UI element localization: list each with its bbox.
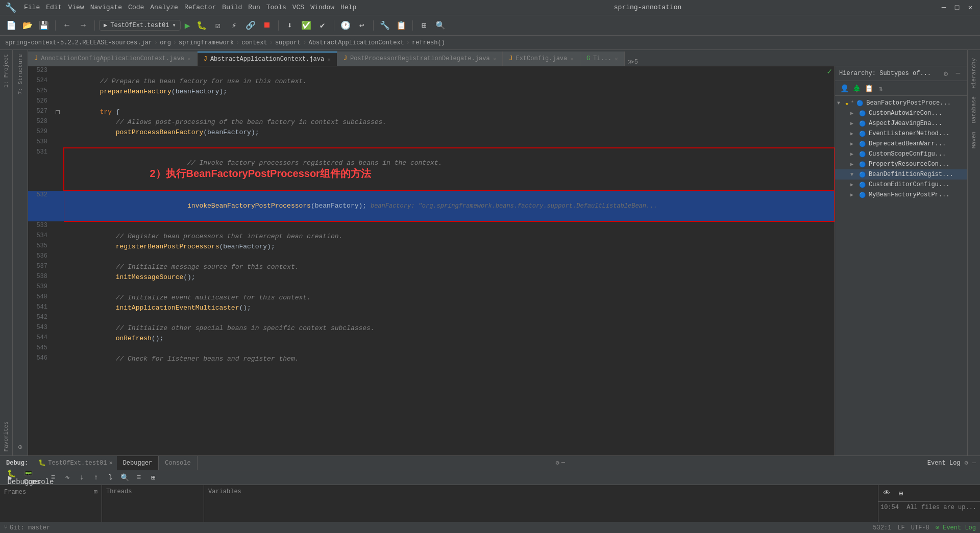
tree-item-customeditor[interactable]: ▶ 🔵 CustomEditorConfigu...	[835, 180, 967, 190]
hierarchy-tool-sort[interactable]: ⇅	[876, 83, 886, 93]
console-tab-button[interactable]: 📟 Console	[33, 471, 45, 484]
event-log-label[interactable]: Event Log	[927, 460, 961, 467]
menu-run[interactable]: Run	[248, 4, 260, 11]
run-to-cursor-button[interactable]: ⤵	[104, 471, 116, 484]
profile-button[interactable]: ⚡	[227, 18, 241, 33]
menu-navigate[interactable]: Navigate	[90, 4, 122, 11]
save-button[interactable]: 💾	[37, 18, 51, 33]
stop-button[interactable]: ⏹	[260, 18, 274, 33]
tree-item-mybeanfactory[interactable]: ▶ 🔵 MyBeanFactoryPostPr...	[835, 190, 967, 200]
tab-extconfig[interactable]: J ExtConfig.java ✕	[503, 52, 580, 66]
forward-button[interactable]: →	[76, 18, 90, 33]
more-tabs-button[interactable]: ≫5	[625, 58, 641, 66]
breadcrumb-org[interactable]: org	[160, 39, 171, 46]
open-button[interactable]: 📂	[20, 18, 35, 33]
bottom-tab-debugger[interactable]: Debugger	[117, 456, 159, 470]
watches-button[interactable]: 👁	[880, 487, 893, 499]
settings-button[interactable]: 🔧	[378, 18, 392, 33]
menu-vcs[interactable]: VCS	[292, 4, 304, 11]
menu-view[interactable]: View	[68, 4, 84, 11]
maven-vertical-tab[interactable]: Maven	[969, 128, 979, 153]
tree-item-deprecatedbeanwarr[interactable]: ▶ 🔵 DeprecatedBeanWarr...	[835, 139, 967, 149]
git-push-button[interactable]: ✔	[315, 18, 330, 33]
hierarchy-vertical-tab[interactable]: Hierarchy	[969, 54, 979, 92]
frames-expand-button[interactable]: ⊞	[94, 488, 97, 496]
tab-close-2[interactable]: ✕	[493, 56, 497, 62]
new-file-button[interactable]: 📄	[4, 18, 18, 33]
git-update-button[interactable]: ⬇	[283, 18, 297, 33]
close-button[interactable]: ✕	[966, 3, 975, 12]
debug-config-close[interactable]: ✕	[109, 459, 112, 467]
restore-button[interactable]: ⊞	[895, 487, 907, 499]
hierarchy-tool-2[interactable]: 🌲	[851, 83, 862, 93]
run-button[interactable]: ▶	[183, 20, 192, 31]
step-into-button[interactable]: ↓	[76, 471, 88, 484]
menu-refactor[interactable]: Refactor	[184, 4, 216, 11]
database-vertical-tab[interactable]: Database	[969, 92, 979, 128]
menu-window[interactable]: Window	[310, 4, 334, 11]
bottom-tab-console[interactable]: Console	[159, 456, 197, 470]
hierarchy-tree[interactable]: ▼ ★ * 🔵 BeanFactoryPostProce... ▶ 🔵 Cust…	[835, 96, 967, 455]
vcs-log-button[interactable]: 📋	[394, 18, 408, 33]
tab-abstract-app-ctx[interactable]: J AbstractApplicationContext.java ✕	[198, 52, 337, 66]
tree-item-beanfactorypostproce[interactable]: ▼ ★ * 🔵 BeanFactoryPostProce...	[835, 98, 967, 108]
expand-frames-button[interactable]: ⊞	[147, 471, 159, 484]
hierarchy-close-button[interactable]: ─	[953, 68, 963, 79]
debug-button[interactable]: 🐛	[194, 18, 209, 33]
coverage-button[interactable]: ☑	[211, 18, 225, 33]
step-over-button[interactable]: ↷	[61, 471, 74, 484]
tree-item-beandefinition[interactable]: ▼ 🔵 BeanDefinitionRegist...	[835, 169, 967, 180]
hierarchy-tool-1[interactable]: 👤	[839, 83, 849, 93]
fold-marker[interactable]	[56, 110, 60, 114]
tab-close-0[interactable]: ✕	[187, 56, 191, 62]
layout-button[interactable]: ⊞	[417, 18, 431, 33]
maximize-button[interactable]: □	[952, 3, 962, 12]
tab-ti[interactable]: G Ti... ✕	[580, 52, 625, 66]
menu-analyze[interactable]: Analyze	[150, 4, 178, 11]
breadcrumb-jar[interactable]: spring-context-5.2.2.RELEASE-sources.jar	[5, 39, 152, 46]
structure-tab[interactable]: 7: Structure	[15, 50, 26, 98]
tab-annotation-config[interactable]: J AnnotationConfigApplicationContext.jav…	[28, 52, 198, 66]
breadcrumb-method[interactable]: refresh()	[412, 39, 445, 46]
attach-debugger-button[interactable]: 🔗	[243, 18, 258, 33]
tree-item-customautowire[interactable]: ▶ 🔵 CustomAutowireCon...	[835, 108, 967, 118]
frames-button[interactable]: ≡	[133, 471, 145, 484]
menu-edit[interactable]: Edit	[46, 4, 62, 11]
menu-code[interactable]: Code	[128, 4, 144, 11]
breadcrumb-support[interactable]: support	[275, 39, 301, 46]
list-view-button[interactable]: ≡	[47, 471, 59, 484]
hierarchy-settings-button[interactable]: ⚙	[941, 68, 951, 79]
evaluate-button[interactable]: 🔍	[118, 471, 131, 484]
back-button[interactable]: ←	[60, 18, 74, 33]
favorites-tab[interactable]: Favorites	[1, 417, 11, 455]
event-log-settings[interactable]: ⚙	[965, 459, 968, 467]
event-log-minimize[interactable]: ─	[972, 460, 976, 467]
menu-build[interactable]: Build	[222, 4, 242, 11]
bottom-minimize-button[interactable]: ─	[561, 459, 565, 467]
run-configuration[interactable]: ▶ TestOfExt.test01 ▾	[99, 20, 181, 31]
search-everywhere-button[interactable]: 🔍	[433, 18, 448, 33]
menu-file[interactable]: File	[24, 4, 40, 11]
hierarchy-tool-3[interactable]: 📋	[864, 83, 874, 93]
breadcrumb-springframework[interactable]: springframework	[179, 39, 234, 46]
tab-close-1[interactable]: ✕	[327, 56, 331, 63]
menu-tools[interactable]: Tools	[266, 4, 286, 11]
git-commit-button[interactable]: ✅	[299, 18, 313, 33]
expand-button[interactable]: ⊕	[18, 443, 22, 451]
bottom-settings-button[interactable]: ⚙	[556, 459, 559, 467]
history-button[interactable]: 🕐	[338, 18, 353, 33]
minimize-button[interactable]: ─	[939, 3, 948, 12]
tree-item-propertyresource[interactable]: ▶ 🔵 PropertyResourceCon...	[835, 159, 967, 169]
tree-item-eventlistener[interactable]: ▶ 🔵 EventListenerMethod...	[835, 129, 967, 139]
tab-close-4[interactable]: ✕	[615, 56, 618, 62]
tree-item-customscope[interactable]: ▶ 🔵 CustomScopeConfigu...	[835, 149, 967, 159]
breadcrumb-context[interactable]: context	[241, 39, 267, 46]
project-tab[interactable]: 1: Project	[1, 50, 11, 92]
tab-postprocessor[interactable]: J PostProcessorRegistrationDelegate.java…	[337, 52, 503, 66]
tab-close-3[interactable]: ✕	[570, 56, 574, 62]
undo-button[interactable]: ↩	[355, 18, 369, 33]
breadcrumb-class[interactable]: AbstractApplicationContext	[309, 39, 404, 46]
menu-help[interactable]: Help	[340, 4, 356, 11]
step-out-button[interactable]: ↑	[90, 471, 102, 484]
tree-item-aspectjweaving[interactable]: ▶ 🔵 AspectJWeavingEna...	[835, 118, 967, 129]
